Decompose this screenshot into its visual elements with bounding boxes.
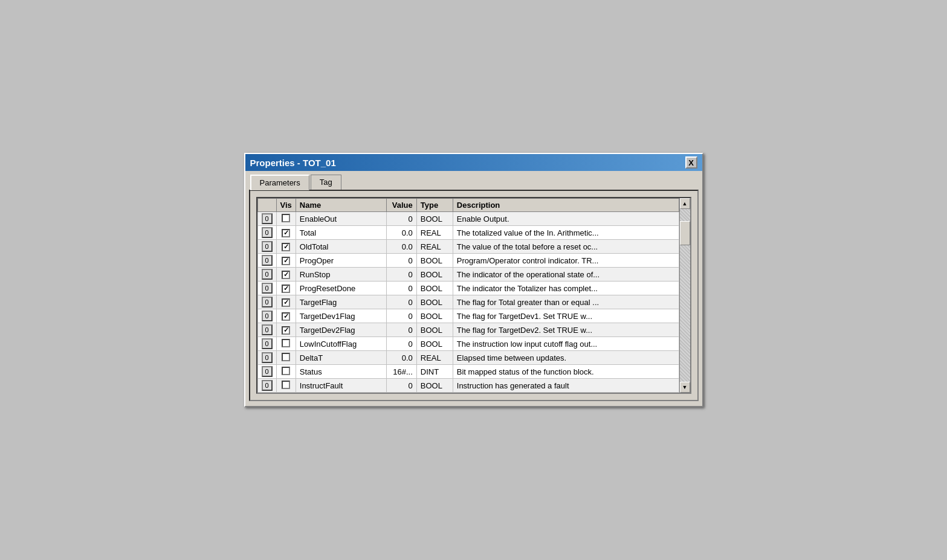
vis-checkbox[interactable] [282, 285, 290, 293]
table-row[interactable]: 0OldTotal0.0REALThe value of the total b… [257, 240, 679, 254]
vis-checkbox[interactable] [282, 326, 290, 335]
table-row[interactable]: 0DeltaT0.0REALElapsed time between updat… [257, 351, 679, 365]
cell-name: ProgResetDone [296, 282, 386, 295]
indicator-circle: 0 [262, 366, 273, 377]
table-scroll-area: Vis Name Value Type Description 0EnableO… [257, 198, 679, 393]
header-name: Name [296, 199, 386, 212]
scroll-track[interactable] [680, 209, 690, 382]
table-header-row: Vis Name Value Type Description [257, 199, 679, 212]
indicator-circle: 0 [262, 352, 273, 363]
tab-parameters[interactable]: Parameters [250, 175, 309, 190]
indicator-circle: 0 [262, 255, 273, 266]
scroll-down-button[interactable]: ▼ [680, 382, 690, 393]
vis-checkbox[interactable] [282, 367, 290, 375]
cell-name: LowInCutoffFlag [296, 337, 386, 351]
cell-value[interactable]: 0 [386, 379, 416, 393]
cell-vis[interactable] [276, 282, 296, 295]
cell-description: Instruction has generated a fault [453, 379, 679, 393]
table-row[interactable]: 0ProgOper0BOOLProgram/Operator control i… [257, 254, 679, 268]
cell-value[interactable]: 0.0 [386, 226, 416, 240]
table-row[interactable]: 0TargetFlag0BOOLThe flag for Total great… [257, 295, 679, 309]
cell-description: The flag for TargetDev1. Set TRUE w... [453, 309, 679, 323]
cell-vis[interactable] [276, 309, 296, 323]
vis-checkbox[interactable] [282, 312, 290, 321]
cell-type: BOOL [416, 282, 453, 295]
cell-description: The flag for Total greater than or equal… [453, 295, 679, 309]
table-row[interactable]: 0Total0.0REALThe totalized value of the … [257, 226, 679, 240]
cell-value[interactable]: 0.0 [386, 240, 416, 254]
cell-name: TargetFlag [296, 295, 386, 309]
cell-vis[interactable] [276, 365, 296, 379]
table-row[interactable]: 0ProgResetDone0BOOLThe indicator the Tot… [257, 282, 679, 295]
cell-value[interactable]: 0 [386, 268, 416, 282]
cell-type: BOOL [416, 337, 453, 351]
tab-bar: Parameters Tag [245, 171, 702, 190]
cell-name: TargetDev2Flag [296, 323, 386, 337]
cell-description: The instruction low input cutoff flag ou… [453, 337, 679, 351]
header-value: Value [386, 199, 416, 212]
cell-description: Bit mapped status of the function block. [453, 365, 679, 379]
cell-description: The flag for TargetDev2. Set TRUE w... [453, 323, 679, 337]
cell-vis[interactable] [276, 226, 296, 240]
cell-name: EnableOut [296, 212, 386, 226]
table-row[interactable]: 0TargetDev2Flag0BOOLThe flag for TargetD… [257, 323, 679, 337]
cell-vis[interactable] [276, 240, 296, 254]
vis-checkbox[interactable] [282, 381, 290, 389]
cell-indicator: 0 [257, 282, 276, 295]
cell-vis[interactable] [276, 295, 296, 309]
vis-checkbox[interactable] [282, 271, 290, 279]
vis-checkbox[interactable] [282, 339, 290, 347]
cell-indicator: 0 [257, 254, 276, 268]
indicator-circle: 0 [262, 283, 273, 294]
vis-checkbox[interactable] [282, 243, 290, 251]
header-description: Description [453, 199, 679, 212]
scrollbar: ▲ ▼ [679, 198, 690, 393]
cell-value[interactable]: 16#... [386, 365, 416, 379]
cell-value[interactable]: 0 [386, 282, 416, 295]
vis-checkbox[interactable] [282, 214, 290, 222]
cell-name: InstructFault [296, 379, 386, 393]
scroll-up-button[interactable]: ▲ [680, 198, 690, 209]
indicator-circle: 0 [262, 213, 273, 224]
vis-checkbox[interactable] [282, 229, 290, 237]
vis-checkbox[interactable] [282, 257, 290, 265]
vis-checkbox[interactable] [282, 298, 290, 307]
cell-vis[interactable] [276, 379, 296, 393]
cell-name: RunStop [296, 268, 386, 282]
indicator-circle: 0 [262, 311, 273, 321]
table-row[interactable]: 0InstructFault0BOOLInstruction has gener… [257, 379, 679, 393]
table-row[interactable]: 0LowInCutoffFlag0BOOLThe instruction low… [257, 337, 679, 351]
table-row[interactable]: 0EnableOut0BOOLEnable Output. [257, 212, 679, 226]
cell-value[interactable]: 0 [386, 254, 416, 268]
cell-type: BOOL [416, 379, 453, 393]
cell-value[interactable]: 0 [386, 323, 416, 337]
cell-value[interactable]: 0 [386, 295, 416, 309]
table-row[interactable]: 0TargetDev1Flag0BOOLThe flag for TargetD… [257, 309, 679, 323]
cell-vis[interactable] [276, 212, 296, 226]
cell-indicator: 0 [257, 295, 276, 309]
scroll-thumb[interactable] [680, 221, 690, 245]
cell-indicator: 0 [257, 379, 276, 393]
close-button[interactable]: X [685, 156, 697, 169]
cell-value[interactable]: 0 [386, 309, 416, 323]
indicator-circle: 0 [262, 380, 273, 391]
table-row[interactable]: 0RunStop0BOOLThe indicator of the operat… [257, 268, 679, 282]
parameters-table: Vis Name Value Type Description 0EnableO… [257, 198, 679, 393]
vis-checkbox[interactable] [282, 353, 290, 361]
cell-vis[interactable] [276, 323, 296, 337]
window-title: Properties - TOT_01 [250, 158, 336, 168]
cell-indicator: 0 [257, 240, 276, 254]
indicator-circle: 0 [262, 338, 273, 349]
cell-vis[interactable] [276, 254, 296, 268]
indicator-circle: 0 [262, 269, 273, 280]
table-outer: Vis Name Value Type Description 0EnableO… [257, 198, 690, 393]
cell-vis[interactable] [276, 351, 296, 365]
parameters-table-wrapper: Vis Name Value Type Description 0EnableO… [256, 197, 691, 394]
cell-vis[interactable] [276, 268, 296, 282]
cell-value[interactable]: 0 [386, 337, 416, 351]
cell-value[interactable]: 0.0 [386, 351, 416, 365]
table-row[interactable]: 0Status16#...DINTBit mapped status of th… [257, 365, 679, 379]
tab-tag[interactable]: Tag [311, 175, 341, 190]
cell-vis[interactable] [276, 337, 296, 351]
cell-value[interactable]: 0 [386, 212, 416, 226]
